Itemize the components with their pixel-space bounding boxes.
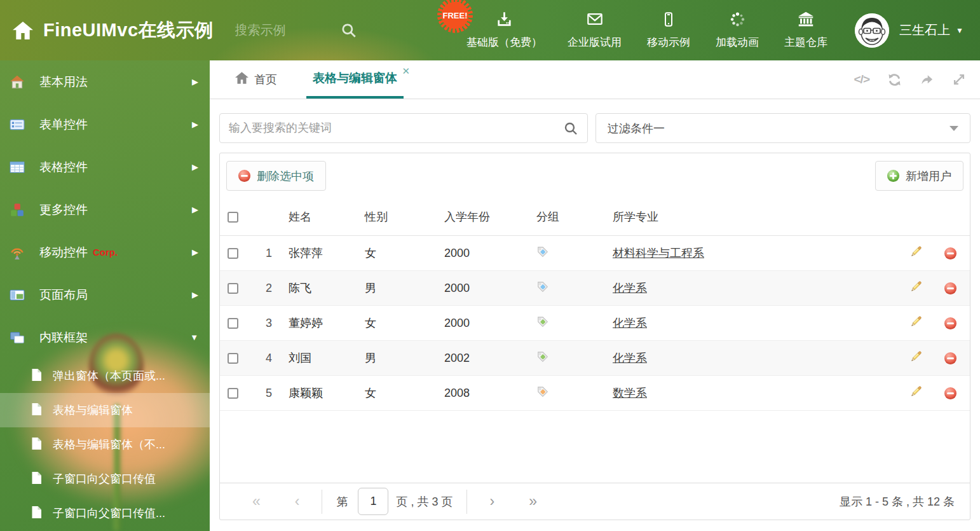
plus-circle-icon	[887, 170, 899, 182]
delete-selected-button[interactable]: 删除选中项	[226, 161, 326, 191]
page: FineUIMvc在线示例 FREE! 基础版（免费） 企业版试用	[0, 0, 980, 531]
delete-row-icon[interactable]	[944, 317, 956, 329]
wireless-icon	[9, 245, 25, 260]
sidebar-item-mobile-controls[interactable]: 移动控件 Corp. ▶	[0, 231, 210, 273]
first-page-button[interactable]: «	[235, 493, 278, 510]
file-icon	[31, 437, 43, 453]
edit-pencil-icon[interactable]	[909, 385, 923, 401]
tab-label: 表格与编辑窗体	[313, 70, 397, 86]
add-user-button[interactable]: 新增用户	[875, 161, 963, 191]
col-year: 入学年份	[438, 209, 530, 224]
expand-icon[interactable]	[952, 72, 966, 86]
sidebar-item-inline-frames[interactable]: 内联框架 ▼	[0, 316, 210, 359]
envelope-icon	[586, 11, 604, 31]
col-name: 姓名	[282, 209, 358, 224]
button-label: 新增用户	[906, 169, 951, 184]
delete-row-icon[interactable]	[944, 352, 956, 364]
edit-pencil-icon[interactable]	[909, 350, 923, 366]
nav-item-mobile-demo[interactable]: 移动示例	[647, 11, 690, 50]
source-code-icon[interactable]: </>	[854, 72, 869, 86]
divider	[322, 490, 322, 514]
minus-circle-icon	[238, 170, 250, 182]
username: 三生石上	[899, 22, 950, 39]
row-checkbox[interactable]	[228, 248, 238, 259]
major-link[interactable]: 化学系	[613, 352, 647, 364]
keyword-search-input[interactable]	[229, 121, 563, 135]
page-number-input[interactable]	[358, 488, 388, 515]
row-checkbox[interactable]	[228, 283, 238, 294]
table-row: 4 刘国 男 2002 化学系	[220, 341, 970, 376]
filter-dropdown[interactable]: 过滤条件一	[595, 113, 970, 143]
filter-dropdown-value: 过滤条件一	[608, 121, 665, 136]
sidebar-item-label: 页面布局	[39, 287, 88, 303]
delete-row-icon[interactable]	[944, 282, 956, 294]
arrow-right-icon: ▶	[192, 162, 198, 172]
sidebar-item-grid-controls[interactable]: 表格控件 ▶	[0, 146, 210, 188]
arrow-right-icon: ▶	[192, 247, 198, 257]
home-icon[interactable]	[13, 22, 33, 39]
search-icon[interactable]	[563, 121, 578, 136]
sidebar-subitem-label: 子窗口向父窗口传值	[53, 471, 156, 486]
sidebar-subitem-grid-edit-window[interactable]: 表格与编辑窗体	[0, 393, 210, 427]
sidebar: 基本用法 ▶ 表单控件 ▶ 表格控件 ▶ 更多	[0, 60, 210, 531]
row-checkbox[interactable]	[228, 388, 238, 399]
page-suffix: 页 , 共 3 页	[396, 494, 453, 509]
sidebar-item-basic-usage[interactable]: 基本用法 ▶	[0, 60, 210, 103]
cell-year: 2000	[438, 317, 530, 330]
tab-home[interactable]: 首页	[229, 60, 283, 99]
nav-item-label: 加载动画	[716, 35, 759, 50]
row-checkbox[interactable]	[228, 318, 238, 329]
sidebar-subitem-child-to-parent[interactable]: 子窗口向父窗口传值	[0, 462, 210, 496]
nav-item-enterprise-trial[interactable]: 企业版试用	[568, 11, 622, 50]
sidebar-item-label: 更多控件	[39, 202, 88, 218]
delete-row-icon[interactable]	[944, 247, 956, 259]
major-link[interactable]: 化学系	[613, 317, 647, 329]
nav-item-label: 移动示例	[647, 35, 690, 50]
tag-icon	[536, 350, 549, 366]
sidebar-subitem-child-to-parent-2[interactable]: 子窗口向父窗口传值...	[0, 496, 210, 530]
share-icon[interactable]	[920, 72, 934, 87]
sidebar-item-label: 表单控件	[39, 116, 88, 133]
tab-grid-edit-window[interactable]: 表格与编辑窗体 ✕	[306, 60, 404, 99]
cell-name: 张萍萍	[282, 245, 358, 261]
sidebar-subitem-grid-edit-window-2[interactable]: 表格与编辑窗体（不...	[0, 427, 210, 462]
sidebar-item-page-layout[interactable]: 页面布局 ▶	[0, 273, 210, 316]
refresh-icon[interactable]	[887, 72, 902, 87]
file-icon	[31, 471, 43, 487]
header-search-icon[interactable]	[341, 22, 357, 39]
major-link[interactable]: 材料科学与工程系	[613, 247, 704, 259]
cell-gender: 女	[358, 315, 438, 331]
content: 过滤条件一 删除选中项 新增用户	[210, 99, 980, 520]
sidebar-item-more-controls[interactable]: 更多控件 ▶	[0, 188, 210, 231]
cell-year: 2008	[438, 387, 530, 400]
last-page-button[interactable]: »	[512, 493, 554, 510]
edit-pencil-icon[interactable]	[909, 315, 923, 331]
sidebar-item-form-controls[interactable]: 表单控件 ▶	[0, 103, 210, 146]
col-major: 所学专业	[606, 209, 901, 224]
download-icon	[496, 11, 513, 31]
delete-row-icon[interactable]	[944, 387, 956, 399]
avatar[interactable]	[855, 13, 889, 48]
select-all-checkbox[interactable]	[228, 212, 238, 223]
nav-item-basic-edition[interactable]: 基础版（免费）	[466, 11, 542, 50]
chevron-down-icon: ▼	[190, 333, 198, 342]
header-search-input[interactable]	[235, 23, 330, 38]
cell-name: 康颖颖	[282, 385, 358, 401]
row-checkbox[interactable]	[228, 353, 238, 364]
cell-name: 刘国	[282, 350, 358, 366]
major-link[interactable]: 化学系	[613, 282, 647, 294]
edit-pencil-icon[interactable]	[909, 280, 923, 296]
nav-item-theme-store[interactable]: 主题仓库	[784, 11, 827, 50]
major-link[interactable]: 数学系	[613, 387, 647, 399]
tab-tools: </>	[854, 60, 966, 99]
tag-icon	[536, 385, 549, 401]
close-icon[interactable]: ✕	[402, 66, 410, 77]
sidebar-subitem-popup-window[interactable]: 弹出窗体（本页面或...	[0, 359, 210, 393]
edit-pencil-icon[interactable]	[909, 245, 923, 261]
user-menu[interactable]: 三生石上 ▼	[899, 22, 963, 39]
table-row: 5 康颖颖 女 2008 数学系	[220, 376, 970, 411]
prev-page-button[interactable]: ‹	[278, 493, 317, 510]
cell-name: 陈飞	[282, 280, 358, 296]
nav-item-loading-animations[interactable]: 加载动画	[716, 11, 759, 50]
next-page-button[interactable]: ›	[472, 493, 512, 510]
